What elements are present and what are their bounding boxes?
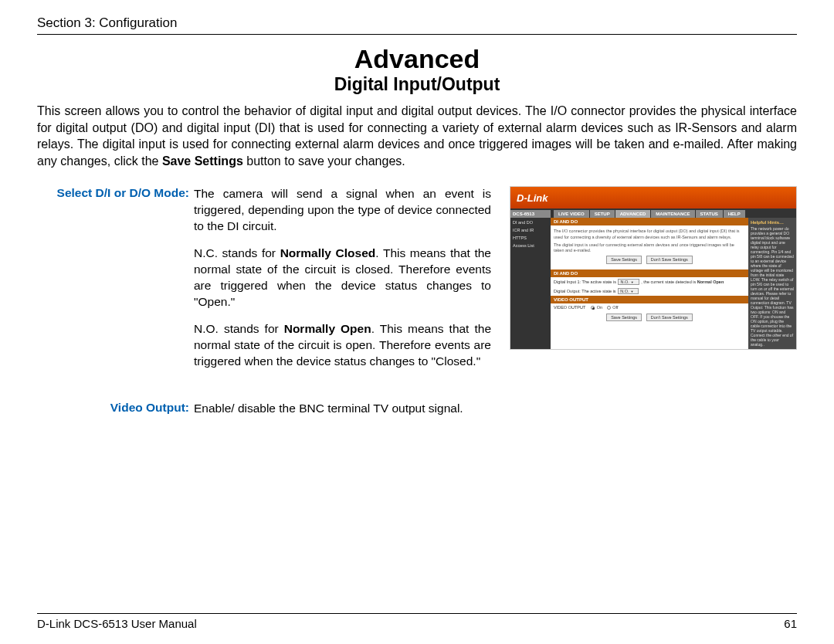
embedded-screenshot: D-Link DCS-6513 DI and DO ICR and IR HTT… — [510, 186, 797, 350]
shot-dont-save-button[interactable]: Don't Save Settings — [646, 256, 693, 264]
shot-save-button-2[interactable]: Save Settings — [606, 314, 642, 321]
shot-tab-maintenance[interactable]: MAINTENANCE — [651, 210, 694, 218]
shot-do-a: Digital Output: The active state is — [554, 289, 616, 293]
footer-left: D-Link DCS-6513 User Manual — [37, 617, 197, 630]
shot-do-select[interactable]: N.O. — [618, 288, 639, 294]
shot-vo-off: Off — [612, 305, 618, 310]
shot-nav-item[interactable]: HTTPS — [510, 234, 551, 242]
shot-nav-item[interactable]: ICR and IR — [510, 226, 551, 234]
shot-vo-on: On — [597, 305, 602, 310]
shot-sidebar: DCS-6513 DI and DO ICR and IR HTTPS Acce… — [510, 208, 551, 349]
shot-di-row: Digital Input 1: The active state is N.O… — [551, 277, 748, 286]
shot-di-select[interactable]: N.O. — [618, 279, 639, 285]
shot-nav-item[interactable]: Access List — [510, 242, 551, 249]
intro-text-1: This screen allows you to control the be… — [37, 104, 797, 168]
definitions-block: Select D/I or D/O Mode: The camera will … — [37, 186, 491, 429]
shot-device-id: DCS-6513 — [510, 210, 551, 218]
shot-di-b: , the current state detected is — [641, 280, 696, 284]
page-footer: D-Link DCS-6513 User Manual 61 — [37, 613, 797, 630]
mode-paragraph-3: N.O. stands for Normally Open. This mean… — [194, 321, 491, 370]
shot-dont-save-button-2[interactable]: Don't Save Settings — [646, 314, 693, 321]
shot-vo-row: VIDEO OUTPUT On Off — [551, 303, 748, 311]
shot-tab-advanced[interactable]: ADVANCED — [615, 210, 651, 218]
mode-p3-a: N.O. stands for — [194, 322, 284, 335]
shot-tab-status[interactable]: STATUS — [696, 210, 723, 218]
shot-panel1-header: DI AND DO — [551, 218, 748, 225]
shot-radio-off[interactable] — [607, 306, 611, 310]
page-title-sub: Digital Input/Output — [37, 74, 797, 95]
shot-radio-on[interactable] — [591, 306, 595, 310]
shot-panel1-text1: The I/O connector provides the physical … — [554, 229, 745, 239]
intro-paragraph: This screen allows you to control the be… — [37, 103, 797, 169]
shot-panel1-text2: The digital input is used for connecting… — [554, 242, 745, 253]
mode-p3-b: Normally Open — [284, 322, 371, 335]
shot-tab-live[interactable]: LIVE VIDEO — [554, 210, 589, 218]
video-output-text: Enable/ disable the BNC terminal TV outp… — [194, 401, 491, 417]
shot-tab-help[interactable]: HELP — [724, 210, 745, 218]
intro-text-2: button to save your changes. — [243, 154, 405, 168]
shot-hints-sidebar: Helpful Hints… The network power do prov… — [748, 218, 796, 349]
mode-paragraph-2: N.C. stands for Normally Closed. This me… — [194, 246, 491, 310]
shot-save-button[interactable]: Save Settings — [606, 256, 642, 264]
shot-di-bold: Normal Open — [697, 280, 724, 284]
shot-panel2-header: DI AND DO — [551, 269, 748, 277]
page-title-main: Advanced — [37, 44, 797, 74]
shot-tab-bar: LIVE VIDEO SETUP ADVANCED MAINTENANCE ST… — [551, 208, 796, 218]
shot-di-a: Digital Input 1: The active state is — [554, 280, 616, 284]
shot-nav-item[interactable]: DI and DO — [510, 219, 551, 226]
intro-bold: Save Settings — [162, 154, 243, 168]
mode-paragraph-1: The camera will send a signal when an ev… — [194, 186, 491, 235]
mode-p2-a: N.C. stands for — [194, 246, 280, 259]
shot-vo-label: VIDEO OUTPUT — [554, 305, 585, 310]
shot-do-row: Digital Output: The active state is N.O. — [551, 286, 748, 296]
label-select-mode: Select D/I or D/O Mode: — [37, 186, 194, 369]
section-header: Section 3: Configuration — [37, 15, 797, 35]
shot-brand-header: D-Link — [510, 187, 796, 208]
shot-hints-header: Helpful Hints… — [751, 220, 794, 225]
mode-p2-b: Normally Closed — [280, 246, 376, 259]
shot-panel3-header: VIDEO OUTPUT — [551, 296, 748, 303]
shot-tab-setup[interactable]: SETUP — [590, 210, 615, 218]
footer-page-number: 61 — [784, 617, 797, 630]
shot-hints-text: The network power do provides a general … — [751, 226, 794, 347]
label-video-output: Video Output: — [37, 401, 194, 417]
